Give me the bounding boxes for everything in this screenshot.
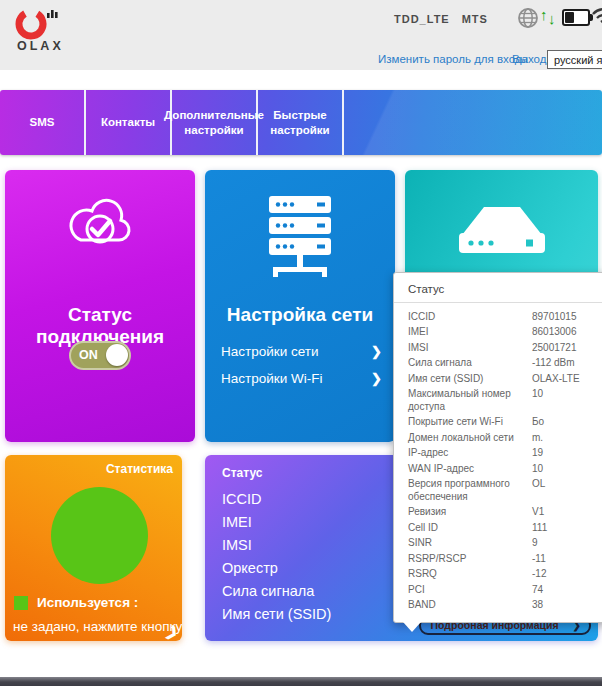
popup-row-value: OLAX-LTE [532, 373, 580, 386]
popup-status-row: IP-адрес 19 [408, 446, 602, 462]
popup-title: Статус [394, 273, 602, 303]
network-menu-item[interactable]: Настройки Wi-Fi ❯ [221, 370, 382, 397]
header: OLAX TDD_LTEMTS ↑ ↓ Изменить пароль для … [0, 0, 602, 70]
battery-level [565, 12, 574, 23]
popup-row-value: Бо [532, 416, 544, 429]
chevron-right-icon: ❯ [371, 343, 382, 361]
upload-arrow-icon: ↑ [540, 6, 548, 23]
popup-row-label: Покрытие сети Wi-Fi [408, 416, 522, 429]
popup-row-label: Имя сети (SSID) [408, 373, 522, 386]
wifi-icon [591, 5, 602, 27]
popup-row-label: BAND [408, 599, 522, 612]
router-icon [452, 203, 552, 263]
status-row-label: IMSI [222, 537, 252, 553]
toggle-on-label: ON [79, 348, 98, 362]
status-row-label: ICCID [222, 491, 261, 507]
popup-status-row: BAND 38 [408, 598, 602, 614]
popup-row-label: WAN IP-адрес [408, 463, 522, 476]
popup-status-row: PCI 74 [408, 582, 602, 598]
popup-status-row: IMEI 86013006 [408, 325, 602, 341]
status-card-title: Статус [222, 466, 262, 480]
popup-status-row: Версия программного обеспечения OL [408, 477, 602, 505]
popup-status-row: Cell ID 111 [408, 520, 602, 536]
usage-pie-chart [51, 487, 148, 584]
popup-row-value: V1 [532, 506, 544, 519]
language-select[interactable]: русский язык [547, 50, 602, 69]
popup-row-label: RSRP/RSCP [408, 553, 522, 566]
nav-tab-label: SMS [30, 115, 55, 130]
legend-swatch [14, 596, 28, 610]
popup-status-row: Максимальный номер доступа 10 [408, 387, 602, 415]
nav-tab-label: Быстрые настройки [265, 108, 335, 138]
menu-item-label: Настройки сети [221, 344, 318, 359]
legend-label: Используется : [37, 595, 138, 610]
logout-link[interactable]: Выход [512, 53, 546, 65]
status-popup: Статус ICCID 89701015 IMEI 86013006 IMSI… [393, 272, 602, 623]
operator-label: MTS [462, 13, 488, 25]
popup-row-label: Версия программного обеспечения [408, 478, 522, 503]
popup-row-value: -112 dBm [532, 357, 575, 370]
popup-row-value: 111 [532, 522, 547, 535]
popup-row-label: ICCID [408, 311, 522, 324]
olax-logo-icon [14, 5, 68, 43]
popup-status-row: Сила сигнала -112 dBm [408, 356, 602, 372]
network-settings-card: Настройка сети Настройки сети ❯ Настройк… [205, 170, 395, 442]
connection-toggle[interactable]: ON [69, 341, 131, 370]
status-row-label: Оркестр [222, 560, 278, 576]
popup-row-value: 74 [532, 584, 543, 597]
change-password-link[interactable]: Изменить пароль для входа [378, 53, 528, 65]
nav-tab[interactable]: Контакты [86, 90, 172, 155]
popup-row-label: Максимальный номер доступа [408, 388, 522, 413]
popup-status-row: Домен локальной сети m. [408, 430, 602, 446]
popup-tail-pointer [403, 622, 421, 632]
usage-legend: Используется : [14, 595, 138, 610]
popup-row-value: -11 [532, 553, 546, 566]
popup-row-value: OL [532, 478, 545, 503]
cloud-check-icon [61, 196, 139, 254]
popup-row-value: 10 [532, 388, 543, 413]
popup-row-label: PCI [408, 584, 522, 597]
popup-row-value: 25001721 [532, 342, 577, 355]
popup-row-value: 10 [532, 463, 543, 476]
battery-icon [562, 9, 590, 26]
statistics-hint[interactable]: не задано, нажмите кнопку [13, 619, 182, 634]
status-row-label: Имя сети (SSID) [222, 606, 331, 622]
toggle-knob[interactable] [106, 344, 128, 366]
popup-row-value: 19 [532, 447, 543, 460]
nav-tab[interactable]: SMS [0, 90, 86, 155]
globe-icon [517, 7, 539, 29]
server-icon [259, 194, 341, 282]
popup-row-label: Cell ID [408, 522, 522, 535]
statistics-card: Статистика Используется : не задано, наж… [5, 455, 182, 641]
popup-row-value: 89701015 [532, 311, 577, 324]
popup-row-value: 9 [532, 537, 538, 550]
popup-status-row: RSRP/RSCP -11 [408, 551, 602, 567]
popup-row-label: Сила сигнала [408, 357, 522, 370]
popup-status-row: SINR 9 [408, 536, 602, 552]
popup-row-label: Домен локальной сети [408, 432, 522, 445]
status-row-label: IMEI [222, 514, 252, 530]
popup-row-value: 86013006 [532, 326, 577, 339]
popup-status-row: Покрытие сети Wi-Fi Бо [408, 415, 602, 431]
popup-row-label: IMSI [408, 342, 522, 355]
brand-name: OLAX [17, 39, 64, 53]
popup-status-row: Ревизия V1 [408, 505, 602, 521]
network-status-text: TDD_LTEMTS [394, 13, 500, 25]
popup-status-row: ICCID 89701015 [408, 309, 602, 325]
network-menu-item[interactable]: Настройки сети ❯ [221, 343, 382, 370]
popup-row-value: -12 [532, 568, 546, 581]
nav-tab-label: Дополнительные настройки [164, 108, 264, 138]
popup-status-row: Имя сети (SSID) OLAX-LTE [408, 371, 602, 387]
nav-tab[interactable]: Дополнительные настройки [172, 90, 258, 155]
network-card-title: Настройка сети [205, 304, 395, 326]
network-card-menu: Настройки сети ❯ Настройки Wi-Fi ❯ [221, 343, 382, 397]
popup-status-row: WAN IP-адрес 10 [408, 461, 602, 477]
popup-status-row: IMSI 25001721 [408, 340, 602, 356]
popup-row-value: 38 [532, 599, 543, 612]
nav-tab[interactable]: Быстрые настройки [258, 90, 344, 155]
statistics-card-title: Статистика [106, 462, 173, 476]
download-arrow-icon: ↓ [548, 10, 556, 27]
status-row-label: Сила сигнала [222, 583, 314, 599]
menu-item-label: Настройки Wi-Fi [221, 371, 322, 386]
nav-tab-label: Контакты [101, 115, 155, 130]
